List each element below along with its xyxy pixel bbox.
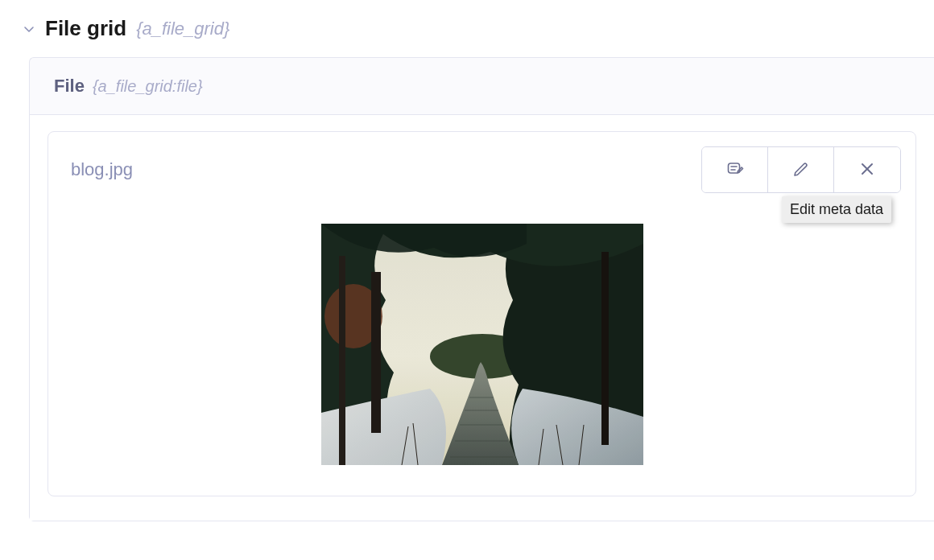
section-tag: {a_file_grid} [136,19,229,39]
image-preview [63,208,901,481]
file-card: blog.jpg [48,131,916,496]
chevron-down-icon[interactable] [23,23,35,35]
pencil-icon [791,159,811,181]
section-title: File grid [45,16,126,41]
field-panel-header: File {a_file_grid:file} [30,58,934,115]
section-header: File grid {a_file_grid} [0,0,934,57]
preview-image [321,224,643,465]
field-panel: File {a_file_grid:file} blog.jpg [29,57,934,521]
field-panel-body: blog.jpg [30,115,934,521]
edit-meta-button[interactable] [702,147,768,192]
close-icon [858,159,877,181]
file-name: blog.jpg [63,159,133,180]
file-actions [701,146,901,193]
field-title: File [54,76,85,97]
tooltip-edit-meta: Edit meta data [782,196,891,223]
field-tag: {a_file_grid:file} [93,77,203,96]
note-icon [725,159,745,181]
edit-button[interactable] [768,147,834,192]
file-card-header: blog.jpg [63,146,901,193]
remove-button[interactable] [834,147,900,192]
svg-rect-22 [321,224,643,465]
